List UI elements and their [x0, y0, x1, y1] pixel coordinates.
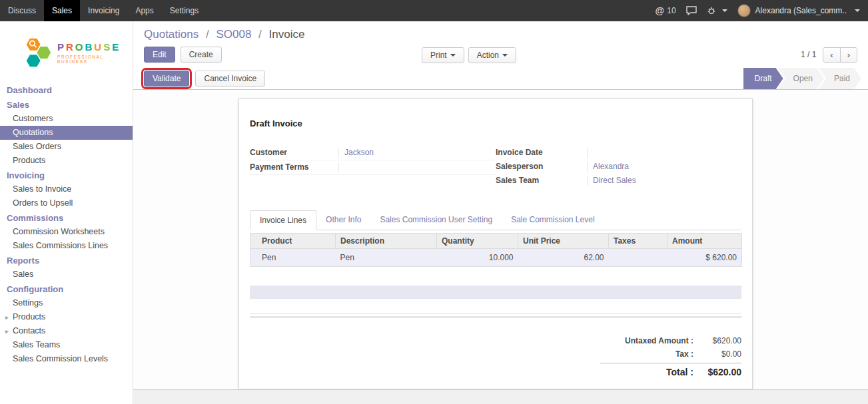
pager-next-button[interactable]: ›	[840, 48, 857, 62]
messages-button[interactable]	[686, 6, 697, 15]
sidebar-item-label: Products	[13, 312, 45, 321]
sidebar-item-configuration[interactable]: Configuration	[0, 282, 133, 296]
expand-arrow-icon: ▸	[5, 312, 9, 322]
invoice-line-row[interactable]: Pen Pen 10.000 62.00 $ 620.00	[250, 249, 742, 267]
mentions-counter[interactable]: @ 10	[655, 5, 676, 16]
tab-invoice-lines[interactable]: Invoice Lines	[250, 210, 316, 230]
invoice-form-sheet: Draft Invoice Customer Jackson Payment T…	[238, 99, 753, 389]
col-amount: Amount	[667, 234, 742, 249]
separator-line	[250, 316, 741, 318]
notebook-tabs: Invoice Lines Other Info Sales Commissio…	[250, 210, 741, 230]
topbar-menu-invoicing[interactable]: Invoicing	[80, 0, 127, 21]
untaxed-amount-label: Untaxed Amount :	[600, 336, 693, 345]
col-quantity: Quantity	[437, 234, 518, 249]
sidebar-item-reports-sales[interactable]: Sales	[0, 268, 133, 282]
tax-label: Tax :	[600, 349, 693, 359]
sidebar-item-settings[interactable]: Settings	[0, 296, 133, 310]
breadcrumb-so008[interactable]: SO008	[216, 28, 251, 41]
total-value: $620.00	[693, 367, 741, 377]
breadcrumb-current: Invoice	[269, 28, 305, 41]
sidebar-item-commissions[interactable]: Commissions	[0, 210, 133, 225]
breadcrumb-quotations[interactable]: Quotations	[144, 28, 199, 41]
edit-button[interactable]: Edit	[144, 47, 175, 63]
sidebar-item-invoicing[interactable]: Invoicing	[0, 168, 133, 182]
tab-sales-commission-user-setting[interactable]: Sales Commission User Setting	[370, 210, 502, 230]
sidebar-item-reports[interactable]: Reports	[0, 253, 133, 268]
sidebar-item-customers[interactable]: Customers	[0, 112, 133, 126]
topbar-menu-discuss[interactable]: Discuss	[0, 0, 44, 21]
logo-subtitle: PROFESSIONAL BUSINESS	[57, 55, 126, 64]
pager-counter: 1 / 1	[801, 50, 816, 59]
statusbar: Validate Cancel Invoice Draft Open Paid	[133, 68, 868, 90]
topbar-menu-sales[interactable]: Sales	[44, 0, 80, 21]
pager-previous-button[interactable]: ‹	[823, 48, 839, 62]
sidebar-item-dashboard[interactable]: Dashboard	[0, 83, 133, 97]
sidebar-item-sales[interactable]: Sales	[0, 97, 133, 112]
topbar-menus: Discuss Sales Invoicing Apps Settings	[0, 0, 207, 21]
sidebar-item-commission-worksheets[interactable]: Commission Worksheets	[0, 225, 133, 239]
invoice-lines-table: Product Description Quantity Unit Price …	[250, 233, 742, 267]
sidebar-item-config-products[interactable]: ▸ Products	[0, 310, 133, 324]
empty-line-placeholder	[250, 286, 741, 299]
breadcrumb: Quotations / SO008 / Invoice	[144, 28, 857, 41]
topbar-menu-settings[interactable]: Settings	[162, 0, 207, 21]
app-logo: PROBUSE PROFESSIONAL BUSINESS	[0, 21, 133, 83]
sidebar-item-products[interactable]: Products	[0, 154, 133, 168]
user-menu[interactable]: Alexandra (Sales_comm..	[737, 4, 860, 17]
sidebar-nav: Dashboard Sales Customers Quotations Sal…	[0, 83, 133, 366]
probuse-logo-icon	[25, 35, 52, 71]
cell-description: Pen	[336, 249, 437, 267]
customer-label: Customer	[250, 148, 338, 157]
cancel-invoice-button[interactable]: Cancel Invoice	[195, 71, 265, 87]
action-dropdown-button[interactable]: Action	[468, 47, 516, 63]
main-area: Quotations / SO008 / Invoice Edit Create…	[133, 21, 868, 404]
debug-menu-button[interactable]	[707, 6, 727, 15]
sidebar-item-sales-to-invoice[interactable]: Sales to Invoice	[0, 182, 133, 196]
sidebar-item-sales-commission-levels[interactable]: Sales Commission Levels	[0, 352, 133, 366]
topbar-menu-apps[interactable]: Apps	[127, 0, 161, 21]
validate-button[interactable]: Validate	[144, 71, 189, 87]
action-buttons: Print Action	[422, 47, 516, 63]
untaxed-amount-value: $620.00	[693, 336, 741, 345]
chat-icon	[686, 6, 697, 15]
sidebar: PROBUSE PROFESSIONAL BUSINESS Dashboard …	[0, 21, 133, 404]
topbar-right: @ 10 Alexandra (Sales_comm..	[655, 0, 868, 21]
sidebar-item-sales-commissions-lines[interactable]: Sales Commissions Lines	[0, 239, 133, 253]
create-button[interactable]: Create	[181, 47, 222, 63]
sales-team-label: Sales Team	[496, 176, 587, 185]
sidebar-item-sales-teams[interactable]: Sales Teams	[0, 338, 133, 352]
sidebar-item-orders-to-upsell[interactable]: Orders to Upsell	[0, 196, 133, 210]
customer-value[interactable]: Jackson	[338, 148, 496, 158]
total-label: Total :	[600, 367, 693, 377]
sales-team-value[interactable]: Direct Sales	[587, 176, 741, 186]
cell-unit-price: 62.00	[518, 249, 609, 267]
footer-strip	[133, 389, 868, 404]
status-step-draft[interactable]: Draft	[743, 68, 783, 89]
tab-other-info[interactable]: Other Info	[316, 210, 370, 230]
payment-terms-value[interactable]	[338, 162, 496, 172]
col-product: Product	[250, 234, 336, 249]
print-dropdown-button[interactable]: Print	[422, 47, 464, 63]
topbar: Discuss Sales Invoicing Apps Settings @ …	[0, 0, 868, 21]
status-step-open[interactable]: Open	[778, 68, 824, 89]
status-step-paid[interactable]: Paid	[819, 68, 861, 89]
status-steps: Draft Open Paid	[743, 68, 868, 89]
caret-down-icon	[450, 54, 456, 57]
breadcrumb-separator: /	[254, 28, 266, 41]
logo-title: PROBUSE	[57, 41, 126, 53]
caret-down-icon	[855, 9, 860, 12]
col-description: Description	[336, 234, 437, 249]
print-label: Print	[430, 51, 447, 60]
sidebar-item-sales-orders[interactable]: Sales Orders	[0, 140, 133, 154]
at-icon: @	[655, 5, 665, 16]
salesperson-value[interactable]: Alexandra	[587, 162, 741, 172]
mention-count: 10	[667, 6, 675, 15]
user-name: Alexandra (Sales_comm..	[755, 6, 847, 15]
sidebar-item-config-contacts[interactable]: ▸ Contacts	[0, 324, 133, 338]
expand-arrow-icon: ▸	[5, 326, 9, 336]
invoice-date-value[interactable]	[587, 148, 741, 158]
tab-sale-commission-level[interactable]: Sale Commission Level	[502, 210, 604, 230]
avatar	[737, 4, 751, 17]
invoice-state-title: Draft Invoice	[250, 118, 741, 128]
sidebar-item-quotations[interactable]: Quotations	[0, 126, 133, 140]
